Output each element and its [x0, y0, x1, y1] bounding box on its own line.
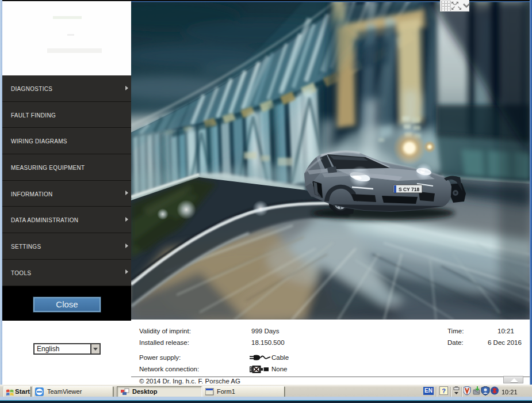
svg-text:S CY 718: S CY 718 — [399, 187, 420, 192]
